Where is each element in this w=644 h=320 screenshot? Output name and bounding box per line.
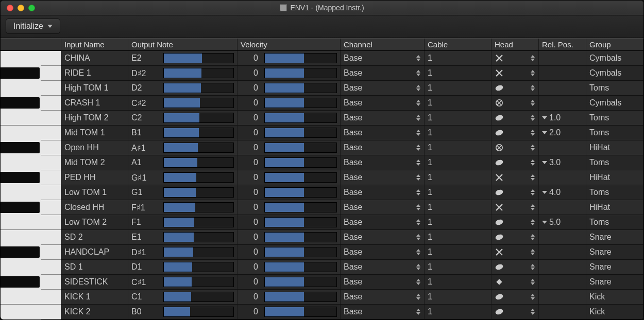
stepper-icon[interactable] <box>416 218 421 226</box>
cell-output-note[interactable]: B0 <box>128 305 238 319</box>
stepper-icon[interactable] <box>531 144 535 152</box>
stepper-icon[interactable] <box>416 293 421 301</box>
cell-channel[interactable]: Base <box>341 96 425 110</box>
output-note-slider[interactable] <box>163 307 234 317</box>
piano-black-key[interactable] <box>1 202 40 213</box>
velocity-slider[interactable] <box>264 217 337 227</box>
cell-rel-pos[interactable]: 4.0 <box>539 185 586 200</box>
velocity-slider[interactable] <box>264 232 337 242</box>
cell-head[interactable] <box>492 126 539 140</box>
output-note-slider[interactable] <box>163 53 234 63</box>
stepper-icon[interactable] <box>416 308 421 316</box>
header-cable[interactable]: Cable <box>425 39 492 51</box>
stepper-icon[interactable] <box>531 69 535 77</box>
cell-cable[interactable]: 1 <box>425 126 492 140</box>
stepper-icon[interactable] <box>531 278 535 286</box>
cell-output-note[interactable]: F1 <box>128 215 238 229</box>
table-row[interactable]: CRASH 1C♯20Base1Cymbals <box>61 96 643 111</box>
cell-cable[interactable]: 1 <box>425 51 492 65</box>
cell-group[interactable]: Snare <box>586 260 643 274</box>
piano-black-key[interactable] <box>1 246 40 258</box>
cell-cable[interactable]: 1 <box>425 305 492 319</box>
minimize-button[interactable] <box>18 5 24 11</box>
header-piano[interactable] <box>1 39 61 51</box>
cell-input-name[interactable]: Open HH <box>61 140 128 155</box>
table-row[interactable]: Low TOM 1G10Base14.0Toms <box>61 185 643 200</box>
stepper-icon[interactable] <box>531 84 535 92</box>
cell-head[interactable] <box>492 96 539 110</box>
piano-black-key[interactable] <box>1 172 40 183</box>
cell-velocity[interactable]: 0 <box>238 245 341 259</box>
stepper-icon[interactable] <box>416 114 421 122</box>
velocity-slider[interactable] <box>264 83 337 93</box>
cell-velocity[interactable]: 0 <box>238 126 341 140</box>
cell-head[interactable] <box>492 155 539 170</box>
piano-black-key[interactable] <box>1 142 40 153</box>
cell-velocity[interactable]: 0 <box>238 111 341 125</box>
cell-rel-pos[interactable]: 3.0 <box>539 155 586 170</box>
velocity-slider[interactable] <box>264 277 337 287</box>
stepper-icon[interactable] <box>531 129 535 137</box>
cell-input-name[interactable]: Low TOM 1 <box>61 185 128 200</box>
cell-output-note[interactable]: C1 <box>128 290 238 304</box>
velocity-slider[interactable] <box>264 262 337 272</box>
table-row[interactable]: SIDESTICKC♯10Base1Snare <box>61 275 643 290</box>
cell-input-name[interactable]: RIDE 1 <box>61 66 128 80</box>
velocity-slider[interactable] <box>264 187 337 198</box>
cell-velocity[interactable]: 0 <box>238 66 341 80</box>
stepper-icon[interactable] <box>416 129 421 137</box>
cell-output-note[interactable]: B1 <box>128 126 238 140</box>
stepper-icon[interactable] <box>416 263 421 271</box>
cell-input-name[interactable]: CHINA <box>61 51 128 65</box>
stepper-icon[interactable] <box>531 293 535 301</box>
cell-velocity[interactable]: 0 <box>238 170 341 185</box>
table-row[interactable]: High TOM 2C20Base11.0Toms <box>61 111 643 126</box>
cell-channel[interactable]: Base <box>341 155 425 170</box>
stepper-icon[interactable] <box>416 158 421 167</box>
header-group[interactable]: Group <box>586 39 643 51</box>
header-channel[interactable]: Channel <box>341 39 425 51</box>
cell-channel[interactable]: Base <box>341 126 425 140</box>
velocity-slider[interactable] <box>264 307 337 317</box>
velocity-slider[interactable] <box>264 247 337 257</box>
cell-group[interactable]: Toms <box>586 215 643 229</box>
cell-cable[interactable]: 1 <box>425 96 492 110</box>
velocity-slider[interactable] <box>264 128 337 138</box>
table-row[interactable]: KICK 1C10Base1Kick <box>61 290 643 305</box>
output-note-slider[interactable] <box>163 98 234 108</box>
cell-rel-pos[interactable]: 5.0 <box>539 215 586 229</box>
cell-group[interactable]: Toms <box>586 126 643 140</box>
stepper-icon[interactable] <box>416 144 421 152</box>
cell-velocity[interactable]: 0 <box>238 51 341 65</box>
cell-channel[interactable]: Base <box>341 230 425 244</box>
cell-cable[interactable]: 1 <box>425 215 492 229</box>
velocity-slider[interactable] <box>264 113 337 123</box>
cell-input-name[interactable]: KICK 2 <box>61 305 128 319</box>
cell-rel-pos[interactable] <box>539 96 586 110</box>
table-row[interactable]: Mid TOM 1B10Base12.0Toms <box>61 126 643 140</box>
cell-channel[interactable]: Base <box>341 245 425 259</box>
cell-cable[interactable]: 1 <box>425 111 492 125</box>
cell-cable[interactable]: 1 <box>425 81 492 95</box>
cell-group[interactable]: Snare <box>586 245 643 259</box>
cell-cable[interactable]: 1 <box>425 230 492 244</box>
cell-channel[interactable]: Base <box>341 185 425 200</box>
cell-head[interactable] <box>492 230 539 244</box>
cell-group[interactable]: HiHat <box>586 140 643 155</box>
velocity-slider[interactable] <box>264 202 337 212</box>
cell-rel-pos[interactable] <box>539 170 586 185</box>
cell-input-name[interactable]: Mid TOM 2 <box>61 155 128 170</box>
stepper-icon[interactable] <box>416 248 421 256</box>
cell-input-name[interactable]: High TOM 1 <box>61 81 128 95</box>
output-note-slider[interactable] <box>163 217 234 227</box>
cell-rel-pos[interactable] <box>539 290 586 304</box>
cell-rel-pos[interactable] <box>539 230 586 244</box>
table-row[interactable]: Open HHA♯10Base1HiHat <box>61 140 643 155</box>
stepper-icon[interactable] <box>416 203 421 211</box>
cell-group[interactable]: Snare <box>586 275 643 289</box>
cell-output-note[interactable]: F♯1 <box>128 200 238 215</box>
cell-channel[interactable]: Base <box>341 140 425 155</box>
output-note-slider[interactable] <box>163 68 234 78</box>
table-row[interactable]: High TOM 1D20Base1Toms <box>61 81 643 96</box>
output-note-slider[interactable] <box>163 247 234 257</box>
